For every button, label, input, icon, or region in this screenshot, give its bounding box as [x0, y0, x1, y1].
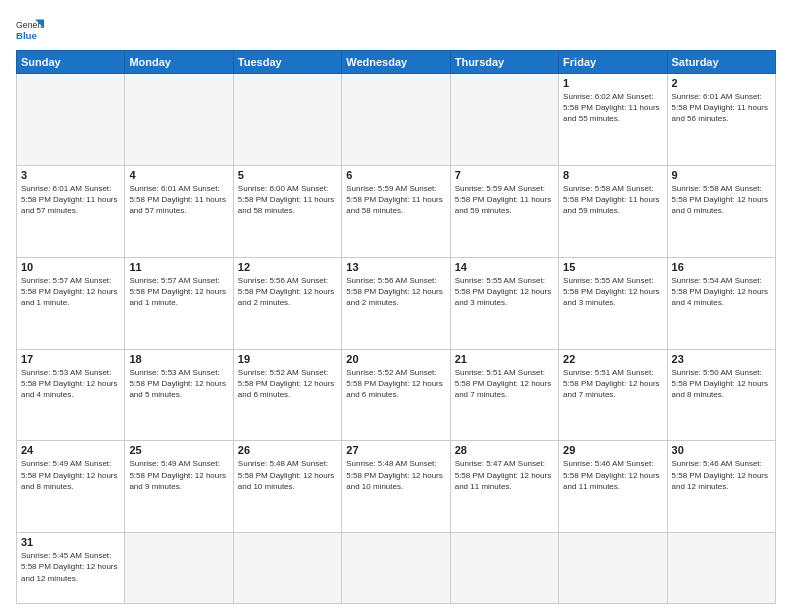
day-info: Sunrise: 5:56 AM Sunset: 5:58 PM Dayligh… [238, 275, 337, 309]
logo: General Blue [16, 16, 44, 44]
day-number: 9 [672, 169, 771, 181]
calendar-week-row: 1Sunrise: 6:02 AM Sunset: 5:58 PM Daylig… [17, 74, 776, 166]
day-info: Sunrise: 5:46 AM Sunset: 5:58 PM Dayligh… [672, 458, 771, 492]
day-number: 1 [563, 77, 662, 89]
day-number: 13 [346, 261, 445, 273]
calendar-day-cell: 26Sunrise: 5:48 AM Sunset: 5:58 PM Dayli… [233, 441, 341, 533]
calendar-day-cell: 16Sunrise: 5:54 AM Sunset: 5:58 PM Dayli… [667, 257, 775, 349]
day-number: 2 [672, 77, 771, 89]
calendar-day-cell: 23Sunrise: 5:50 AM Sunset: 5:58 PM Dayli… [667, 349, 775, 441]
day-info: Sunrise: 6:01 AM Sunset: 5:58 PM Dayligh… [672, 91, 771, 125]
calendar-day-cell [125, 533, 233, 604]
day-number: 7 [455, 169, 554, 181]
day-number: 22 [563, 353, 662, 365]
calendar-day-cell [233, 74, 341, 166]
calendar-day-cell [17, 74, 125, 166]
calendar-day-cell: 20Sunrise: 5:52 AM Sunset: 5:58 PM Dayli… [342, 349, 450, 441]
day-info: Sunrise: 5:52 AM Sunset: 5:58 PM Dayligh… [238, 367, 337, 401]
day-info: Sunrise: 5:53 AM Sunset: 5:58 PM Dayligh… [129, 367, 228, 401]
day-number: 11 [129, 261, 228, 273]
day-number: 17 [21, 353, 120, 365]
day-number: 25 [129, 444, 228, 456]
day-number: 20 [346, 353, 445, 365]
calendar-day-cell [342, 74, 450, 166]
calendar-day-cell: 4Sunrise: 6:01 AM Sunset: 5:58 PM Daylig… [125, 165, 233, 257]
calendar-day-cell [450, 74, 558, 166]
calendar-day-cell: 31Sunrise: 5:45 AM Sunset: 5:58 PM Dayli… [17, 533, 125, 604]
day-number: 26 [238, 444, 337, 456]
day-info: Sunrise: 5:52 AM Sunset: 5:58 PM Dayligh… [346, 367, 445, 401]
day-number: 30 [672, 444, 771, 456]
calendar-day-cell: 30Sunrise: 5:46 AM Sunset: 5:58 PM Dayli… [667, 441, 775, 533]
day-info: Sunrise: 5:58 AM Sunset: 5:58 PM Dayligh… [563, 183, 662, 217]
calendar-day-cell: 19Sunrise: 5:52 AM Sunset: 5:58 PM Dayli… [233, 349, 341, 441]
calendar-day-cell: 12Sunrise: 5:56 AM Sunset: 5:58 PM Dayli… [233, 257, 341, 349]
day-number: 27 [346, 444, 445, 456]
calendar-day-cell [125, 74, 233, 166]
day-number: 28 [455, 444, 554, 456]
calendar-header-row: SundayMondayTuesdayWednesdayThursdayFrid… [17, 51, 776, 74]
day-info: Sunrise: 5:47 AM Sunset: 5:58 PM Dayligh… [455, 458, 554, 492]
day-info: Sunrise: 5:48 AM Sunset: 5:58 PM Dayligh… [238, 458, 337, 492]
day-info: Sunrise: 5:49 AM Sunset: 5:58 PM Dayligh… [21, 458, 120, 492]
day-info: Sunrise: 5:45 AM Sunset: 5:58 PM Dayligh… [21, 550, 120, 584]
calendar-day-cell: 5Sunrise: 6:00 AM Sunset: 5:58 PM Daylig… [233, 165, 341, 257]
weekday-header-friday: Friday [559, 51, 667, 74]
header-area: General Blue [16, 12, 776, 44]
calendar-day-cell: 14Sunrise: 5:55 AM Sunset: 5:58 PM Dayli… [450, 257, 558, 349]
day-number: 29 [563, 444, 662, 456]
weekday-header-wednesday: Wednesday [342, 51, 450, 74]
day-info: Sunrise: 5:46 AM Sunset: 5:58 PM Dayligh… [563, 458, 662, 492]
calendar-day-cell: 15Sunrise: 5:55 AM Sunset: 5:58 PM Dayli… [559, 257, 667, 349]
day-info: Sunrise: 5:55 AM Sunset: 5:58 PM Dayligh… [455, 275, 554, 309]
calendar-day-cell [342, 533, 450, 604]
calendar-day-cell: 7Sunrise: 5:59 AM Sunset: 5:58 PM Daylig… [450, 165, 558, 257]
day-number: 16 [672, 261, 771, 273]
day-number: 6 [346, 169, 445, 181]
calendar-day-cell: 27Sunrise: 5:48 AM Sunset: 5:58 PM Dayli… [342, 441, 450, 533]
day-info: Sunrise: 5:53 AM Sunset: 5:58 PM Dayligh… [21, 367, 120, 401]
calendar-day-cell [559, 533, 667, 604]
day-number: 3 [21, 169, 120, 181]
day-info: Sunrise: 5:59 AM Sunset: 5:58 PM Dayligh… [346, 183, 445, 217]
calendar-day-cell: 3Sunrise: 6:01 AM Sunset: 5:58 PM Daylig… [17, 165, 125, 257]
generalblue-logo-icon: General Blue [16, 16, 44, 44]
day-number: 21 [455, 353, 554, 365]
day-number: 10 [21, 261, 120, 273]
day-info: Sunrise: 6:02 AM Sunset: 5:58 PM Dayligh… [563, 91, 662, 125]
calendar-week-row: 17Sunrise: 5:53 AM Sunset: 5:58 PM Dayli… [17, 349, 776, 441]
day-info: Sunrise: 5:50 AM Sunset: 5:58 PM Dayligh… [672, 367, 771, 401]
day-info: Sunrise: 5:54 AM Sunset: 5:58 PM Dayligh… [672, 275, 771, 309]
calendar-day-cell: 1Sunrise: 6:02 AM Sunset: 5:58 PM Daylig… [559, 74, 667, 166]
day-number: 31 [21, 536, 120, 548]
calendar-day-cell: 6Sunrise: 5:59 AM Sunset: 5:58 PM Daylig… [342, 165, 450, 257]
day-info: Sunrise: 5:59 AM Sunset: 5:58 PM Dayligh… [455, 183, 554, 217]
day-number: 8 [563, 169, 662, 181]
calendar-day-cell: 22Sunrise: 5:51 AM Sunset: 5:58 PM Dayli… [559, 349, 667, 441]
day-info: Sunrise: 6:00 AM Sunset: 5:58 PM Dayligh… [238, 183, 337, 217]
day-info: Sunrise: 6:01 AM Sunset: 5:58 PM Dayligh… [21, 183, 120, 217]
day-number: 12 [238, 261, 337, 273]
day-number: 4 [129, 169, 228, 181]
day-info: Sunrise: 5:51 AM Sunset: 5:58 PM Dayligh… [563, 367, 662, 401]
calendar-day-cell [667, 533, 775, 604]
day-info: Sunrise: 5:56 AM Sunset: 5:58 PM Dayligh… [346, 275, 445, 309]
day-info: Sunrise: 5:49 AM Sunset: 5:58 PM Dayligh… [129, 458, 228, 492]
svg-text:Blue: Blue [16, 30, 37, 41]
calendar-week-row: 10Sunrise: 5:57 AM Sunset: 5:58 PM Dayli… [17, 257, 776, 349]
day-info: Sunrise: 5:57 AM Sunset: 5:58 PM Dayligh… [21, 275, 120, 309]
calendar-week-row: 24Sunrise: 5:49 AM Sunset: 5:58 PM Dayli… [17, 441, 776, 533]
day-number: 5 [238, 169, 337, 181]
day-number: 19 [238, 353, 337, 365]
day-number: 24 [21, 444, 120, 456]
day-info: Sunrise: 5:48 AM Sunset: 5:58 PM Dayligh… [346, 458, 445, 492]
calendar-week-row: 3Sunrise: 6:01 AM Sunset: 5:58 PM Daylig… [17, 165, 776, 257]
calendar-day-cell: 28Sunrise: 5:47 AM Sunset: 5:58 PM Dayli… [450, 441, 558, 533]
calendar-table: SundayMondayTuesdayWednesdayThursdayFrid… [16, 50, 776, 604]
day-number: 18 [129, 353, 228, 365]
calendar-day-cell: 10Sunrise: 5:57 AM Sunset: 5:58 PM Dayli… [17, 257, 125, 349]
weekday-header-thursday: Thursday [450, 51, 558, 74]
calendar-day-cell: 25Sunrise: 5:49 AM Sunset: 5:58 PM Dayli… [125, 441, 233, 533]
calendar-day-cell: 8Sunrise: 5:58 AM Sunset: 5:58 PM Daylig… [559, 165, 667, 257]
day-info: Sunrise: 5:55 AM Sunset: 5:58 PM Dayligh… [563, 275, 662, 309]
